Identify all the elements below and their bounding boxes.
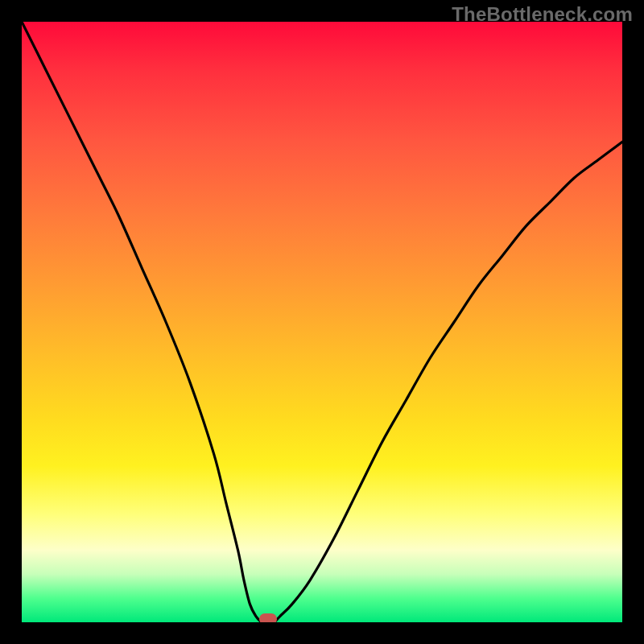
- curve-svg: [22, 22, 622, 622]
- plot-area: [22, 22, 622, 622]
- chart-frame: TheBottleneck.com: [0, 0, 644, 644]
- bottleneck-curve-path: [22, 22, 622, 622]
- optimal-marker: [259, 613, 277, 622]
